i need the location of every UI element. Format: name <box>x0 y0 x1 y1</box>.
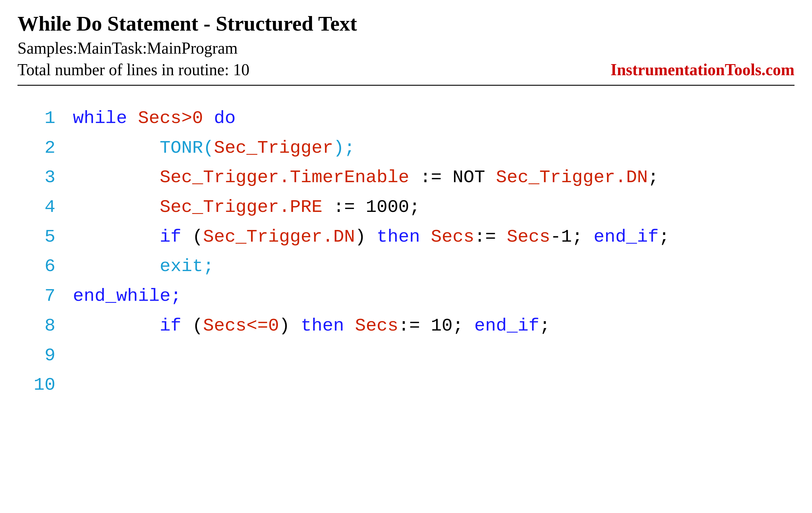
code-content: exit; <box>73 254 214 279</box>
line-number: 10 <box>29 373 55 397</box>
code-line: 10 <box>29 373 783 397</box>
page-title: While Do Statement - Structured Text <box>18 12 794 36</box>
line-number: 6 <box>29 254 55 279</box>
line-number: 2 <box>29 136 55 160</box>
line-number: 3 <box>29 165 55 190</box>
code-line: 3 Sec_Trigger.TimerEnable := NOT Sec_Tri… <box>29 165 783 190</box>
line-number: 4 <box>29 195 55 219</box>
line-number: 9 <box>29 343 55 368</box>
header-section: While Do Statement - Structured Text Sam… <box>18 12 794 86</box>
line-count: Total number of lines in routine: 10 <box>18 60 249 79</box>
line-number: 7 <box>29 284 55 308</box>
code-line: 9 <box>29 343 783 368</box>
code-line: 5 if (Sec_Trigger.DN) then Secs:= Secs-1… <box>29 225 783 249</box>
line-number: 5 <box>29 225 55 249</box>
code-line: 4 Sec_Trigger.PRE := 1000; <box>29 195 783 219</box>
line-number: 1 <box>29 106 55 130</box>
code-content: TONR(Sec_Trigger); <box>73 136 355 160</box>
code-line: 6 exit; <box>29 254 783 279</box>
code-content: Sec_Trigger.TimerEnable := NOT Sec_Trigg… <box>73 165 659 190</box>
meta-row: Total number of lines in routine: 10 Ins… <box>18 60 794 79</box>
brand-label: InstrumentationTools.com <box>611 60 794 79</box>
code-section: 1while Secs>0 do2 TONR(Sec_Trigger);3 Se… <box>18 100 794 409</box>
code-line: 2 TONR(Sec_Trigger); <box>29 136 783 160</box>
code-line: 7end_while; <box>29 284 783 308</box>
code-line: 1while Secs>0 do <box>29 106 783 130</box>
code-content: end_while; <box>73 284 181 308</box>
code-content: if (Secs<=0) then Secs:= 10; end_if; <box>73 313 550 338</box>
code-line: 8 if (Secs<=0) then Secs:= 10; end_if; <box>29 313 783 338</box>
line-number: 8 <box>29 313 55 338</box>
breadcrumb: Samples:MainTask:MainProgram <box>18 39 794 57</box>
code-content: if (Sec_Trigger.DN) then Secs:= Secs-1; … <box>73 225 669 249</box>
code-content: while Secs>0 do <box>73 106 236 130</box>
code-content: Sec_Trigger.PRE := 1000; <box>73 195 420 219</box>
